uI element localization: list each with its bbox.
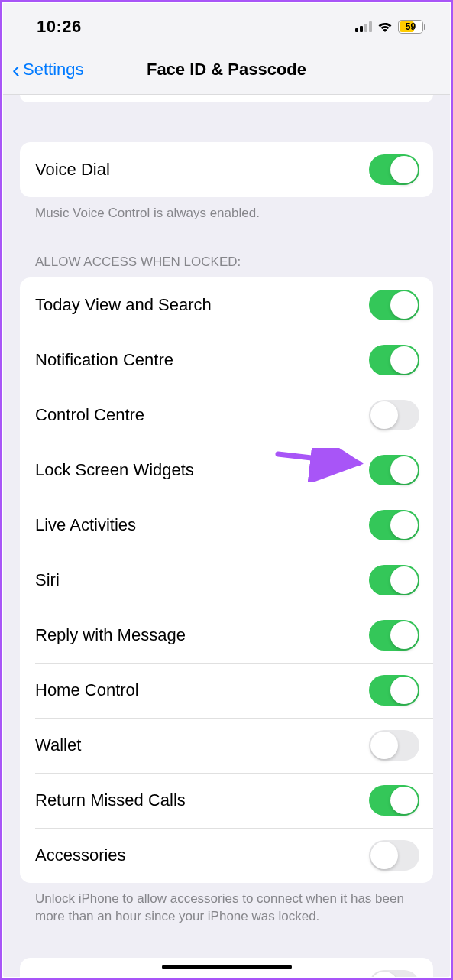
- navigation-bar: ‹ Settings Face ID & Passcode: [3, 47, 450, 95]
- battery-icon: 59: [398, 20, 425, 34]
- erase-data-label: Erase Data: [35, 975, 119, 977]
- return-missed-calls-row: Return Missed Calls: [20, 773, 433, 828]
- accessories-toggle[interactable]: [369, 840, 419, 871]
- wallet-toggle[interactable]: [369, 730, 419, 761]
- home-control-label: Home Control: [35, 680, 139, 700]
- voice-dial-toggle[interactable]: [369, 154, 419, 185]
- siri-label: Siri: [35, 570, 60, 590]
- control-centre-toggle[interactable]: [369, 400, 419, 430]
- notification-centre-row: Notification Centre: [20, 333, 433, 388]
- wallet-row: Wallet: [20, 718, 433, 773]
- today-view-toggle[interactable]: [369, 290, 419, 320]
- svg-rect-2: [364, 24, 367, 32]
- cellular-signal-icon: [355, 21, 372, 32]
- siri-toggle[interactable]: [369, 565, 419, 595]
- lock-screen-widgets-row: Lock Screen Widgets: [20, 443, 433, 498]
- previous-group-tail: [20, 95, 433, 102]
- allow-access-footer: Unlock iPhone to allow accessories to co…: [20, 883, 433, 926]
- voice-dial-label: Voice Dial: [35, 160, 110, 180]
- voice-dial-footer: Music Voice Control is always enabled.: [20, 197, 433, 222]
- status-bar: 10:26 59: [3, 3, 450, 47]
- today-view-row: Today View and Search: [20, 277, 433, 333]
- return-missed-calls-label: Return Missed Calls: [35, 790, 186, 810]
- home-control-row: Home Control: [20, 663, 433, 718]
- svg-rect-1: [360, 26, 363, 32]
- notification-centre-toggle[interactable]: [369, 345, 419, 375]
- live-activities-label: Live Activities: [35, 515, 136, 535]
- siri-row: Siri: [20, 553, 433, 608]
- chevron-left-icon: ‹: [12, 58, 20, 81]
- control-centre-label: Control Centre: [35, 405, 144, 425]
- voice-dial-group: Voice Dial: [20, 142, 433, 197]
- reply-with-message-label: Reply with Message: [35, 625, 186, 645]
- accessories-row: Accessories: [20, 828, 433, 883]
- today-view-label: Today View and Search: [35, 295, 212, 315]
- erase-data-toggle[interactable]: [369, 970, 419, 977]
- accessories-label: Accessories: [35, 845, 126, 865]
- voice-dial-row: Voice Dial: [20, 142, 433, 197]
- home-indicator[interactable]: [162, 965, 292, 969]
- reply-with-message-toggle[interactable]: [369, 620, 419, 651]
- lock-screen-widgets-label: Lock Screen Widgets: [35, 460, 194, 480]
- status-time: 10:26: [37, 17, 82, 37]
- live-activities-row: Live Activities: [20, 498, 433, 553]
- wifi-icon: [377, 21, 393, 33]
- back-label: Settings: [23, 60, 84, 80]
- page-title: Face ID & Passcode: [147, 60, 306, 80]
- wallet-label: Wallet: [35, 735, 81, 755]
- control-centre-row: Control Centre: [20, 388, 433, 443]
- allow-access-header: ALLOW ACCESS WHEN LOCKED:: [20, 255, 433, 277]
- notification-centre-label: Notification Centre: [35, 350, 173, 370]
- status-right-icons: 59: [355, 20, 425, 34]
- allow-access-group: Today View and Search Notification Centr…: [20, 277, 433, 883]
- svg-rect-0: [355, 28, 358, 32]
- battery-percent: 59: [399, 21, 422, 32]
- lock-screen-widgets-toggle[interactable]: [369, 455, 419, 485]
- live-activities-toggle[interactable]: [369, 510, 419, 540]
- reply-with-message-row: Reply with Message: [20, 608, 433, 663]
- back-button[interactable]: ‹ Settings: [12, 58, 84, 81]
- home-control-toggle[interactable]: [369, 675, 419, 706]
- svg-rect-3: [369, 21, 372, 32]
- return-missed-calls-toggle[interactable]: [369, 785, 419, 816]
